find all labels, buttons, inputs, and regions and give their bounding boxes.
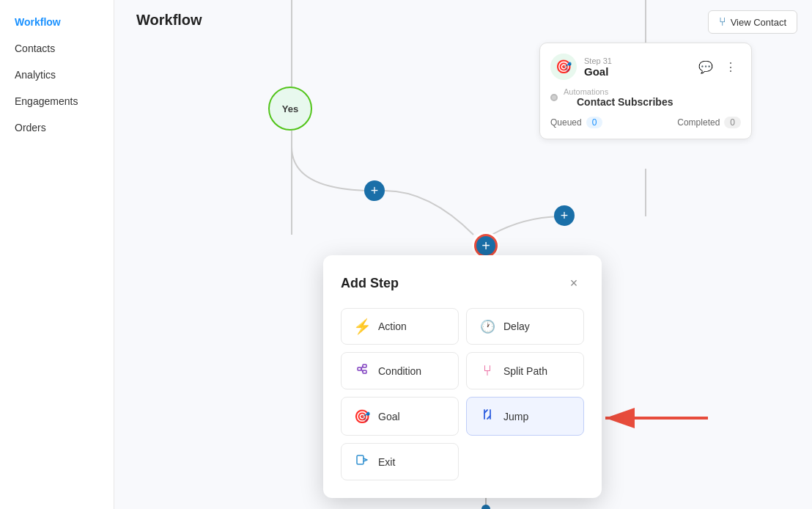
svg-rect-7	[363, 370, 366, 373]
step-option-split-path[interactable]: ⑂ Split Path	[466, 352, 584, 389]
yes-bubble: Yes	[268, 87, 312, 131]
queued-label: Queued	[550, 117, 582, 128]
jump-label: Jump	[503, 411, 528, 422]
exit-icon	[353, 453, 371, 471]
page-title: Workflow	[136, 12, 202, 29]
goal-label: Goal	[378, 411, 400, 422]
modal-title: Add Step	[341, 276, 399, 291]
step-card: 🎯 Step 31 Goal 💬 ⋮ Automations Contact S…	[539, 43, 752, 139]
goal-option-icon: 🎯	[353, 409, 371, 425]
svg-rect-12	[357, 455, 363, 464]
jump-icon	[479, 406, 496, 426]
action-label: Action	[378, 321, 407, 332]
delay-label: Delay	[503, 321, 530, 332]
sidebar-item-analytics[interactable]: Analytics	[0, 62, 114, 88]
completed-status: Completed 0	[677, 117, 741, 128]
svg-line-9	[361, 369, 363, 372]
completed-count: 0	[724, 117, 741, 128]
sidebar-item-workflow[interactable]: Workflow	[0, 9, 114, 35]
step-option-condition[interactable]: Condition	[341, 352, 459, 389]
delay-icon: 🕐	[479, 319, 496, 334]
sub-title: Contact Subscribes	[564, 96, 741, 108]
comment-icon[interactable]: 💬	[695, 56, 716, 77]
fork-icon: ⑂	[719, 15, 726, 29]
sidebar-item-contacts[interactable]: Contacts	[0, 35, 114, 62]
add-step-button-center[interactable]: +	[474, 234, 498, 257]
completed-label: Completed	[677, 117, 720, 128]
condition-label: Condition	[378, 365, 421, 377]
sub-label: Automations	[564, 87, 741, 96]
queued-count: 0	[586, 117, 603, 128]
step-option-goal[interactable]: 🎯 Goal	[341, 397, 459, 436]
svg-rect-6	[363, 365, 366, 367]
queued-status: Queued 0	[550, 117, 602, 128]
svg-rect-5	[358, 367, 361, 370]
step-title: Goal	[584, 65, 688, 78]
sidebar-item-engagements[interactable]: Engagements	[0, 88, 114, 114]
step-option-exit[interactable]: Exit	[341, 443, 459, 480]
add-step-button-left[interactable]: +	[364, 180, 385, 201]
main-canvas: Workflow ⑂ View Contact Yes 🎯 Step 31	[114, 0, 812, 509]
split-path-label: Split Path	[503, 365, 547, 377]
bottom-connector-dot	[481, 505, 490, 509]
step-label: Step 31	[584, 56, 688, 65]
step-option-action[interactable]: ⚡ Action	[341, 308, 459, 345]
view-contact-button[interactable]: ⑂ View Contact	[708, 10, 797, 34]
more-options-icon[interactable]: ⋮	[720, 56, 741, 77]
goal-icon: 🎯	[550, 54, 577, 80]
condition-icon	[353, 362, 371, 380]
action-icon: ⚡	[353, 318, 371, 335]
red-arrow-indicator	[594, 407, 712, 432]
modal-close-button[interactable]: ×	[564, 273, 584, 293]
step-option-delay[interactable]: 🕐 Delay	[466, 308, 584, 345]
add-step-button-right[interactable]: +	[554, 205, 575, 226]
divider-dot	[550, 94, 558, 101]
step-options-grid: ⚡ Action 🕐 Delay Condition ⑂ Split Path	[341, 308, 584, 480]
split-path-icon: ⑂	[479, 362, 496, 379]
add-step-modal: Add Step × ⚡ Action 🕐 Delay Condition	[323, 255, 602, 498]
exit-label: Exit	[378, 456, 395, 468]
sidebar: Workflow Contacts Analytics Engagements …	[0, 0, 114, 509]
view-contact-label: View Contact	[731, 17, 786, 28]
sidebar-item-orders[interactable]: Orders	[0, 114, 114, 141]
step-option-jump[interactable]: Jump	[466, 397, 584, 436]
svg-line-8	[361, 366, 363, 369]
